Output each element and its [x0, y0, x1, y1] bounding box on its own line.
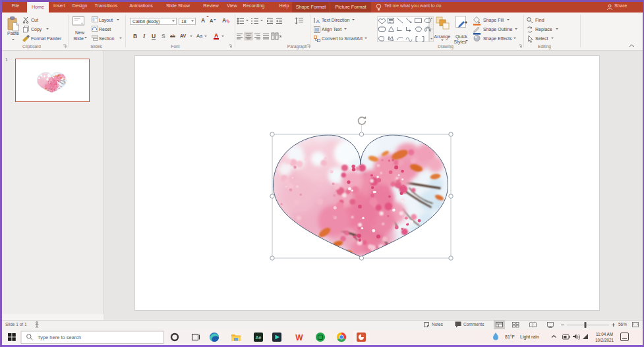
- svg-text:Ae: Ae: [256, 335, 262, 340]
- svg-text:A: A: [316, 18, 320, 24]
- svg-text:W: W: [295, 333, 303, 342]
